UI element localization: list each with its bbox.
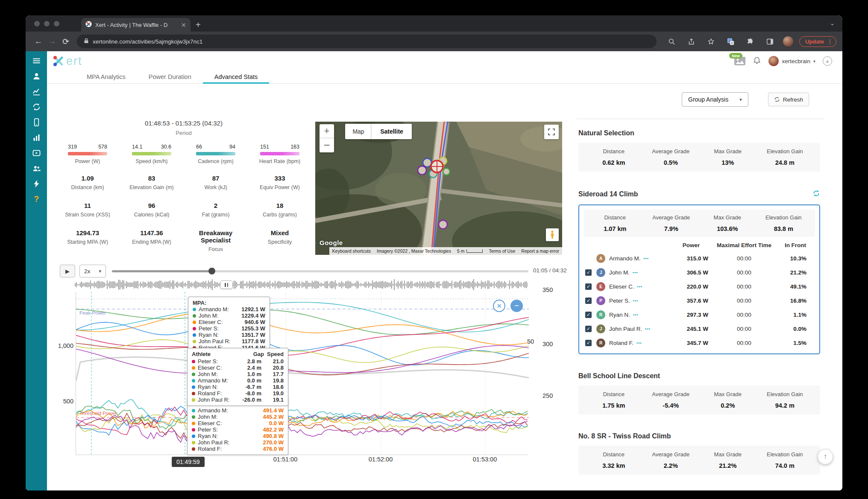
athlete-checkbox[interactable]: ✓ (585, 312, 592, 318)
athlete-effort-time: 00:00 (711, 312, 777, 318)
add-activity-button[interactable]: + (823, 56, 832, 66)
back-icon[interactable]: ← (32, 35, 45, 48)
athlete-checkbox[interactable]: ✓ (585, 269, 592, 276)
chart-minimize-button[interactable]: − (510, 300, 523, 312)
menu-icon[interactable] (31, 55, 41, 66)
browser-menu-icon[interactable]: ⋮ (827, 38, 833, 45)
athlete-name[interactable]: Elieser C. (609, 283, 634, 290)
athlete-row[interactable]: ✓JJohn Paul R.•••245.1 W00:000.0% (579, 322, 819, 336)
bolt-icon[interactable] (31, 178, 41, 189)
browser-tab[interactable]: Xert - Activity | The Waffle - D ✕ (81, 18, 191, 32)
athlete-name: Peter S: (199, 325, 239, 332)
athlete-row[interactable]: ✓EElieser C.•••220.0 W00:0049.1% (579, 280, 819, 294)
analysis-chart[interactable] (76, 292, 528, 455)
strip-handle[interactable] (220, 280, 233, 289)
zoom-window-button[interactable] (54, 21, 59, 26)
segment-name[interactable]: Natural Selection (578, 129, 634, 137)
tab-power-duration[interactable]: Power Duration (137, 70, 203, 83)
close-window-button[interactable] (34, 21, 40, 26)
tab-mpa-analytics[interactable]: MPA Analytics (75, 70, 137, 83)
refresh-button[interactable]: Refresh (768, 93, 809, 106)
athlete-row[interactable]: AArmando M.•••315.0 W00:0010.3% (579, 251, 819, 266)
device-icon[interactable] (31, 117, 41, 127)
map-zoom-in-button[interactable]: + (320, 124, 334, 138)
map-attribution-item[interactable]: Imagery ©2022 , Maxar Technologies (374, 247, 454, 255)
playback-slider[interactable] (112, 268, 528, 274)
stats-icon[interactable] (31, 132, 41, 143)
athlete-name[interactable]: John Paul R. (609, 326, 642, 332)
forward-icon[interactable]: → (45, 35, 59, 48)
athlete-checkbox[interactable]: ✓ (585, 326, 592, 332)
athlete-menu-icon[interactable]: ••• (645, 327, 650, 331)
athlete-row[interactable]: ✓PPeter S.•••357.6 W00:0016.8% (579, 294, 819, 308)
athlete-checkbox[interactable]: ✓ (585, 283, 592, 290)
tab-advanced-stats[interactable]: Advanced Stats (203, 70, 270, 83)
zoom-icon[interactable] (665, 35, 679, 48)
tab-list-chevron-icon[interactable]: ⌄ (830, 20, 835, 26)
scroll-to-top-button[interactable]: ↑ (818, 449, 833, 464)
athlete-menu-icon[interactable]: ••• (637, 285, 642, 289)
athlete-name: Elieser C: (199, 319, 242, 325)
athlete-menu-icon[interactable]: ••• (636, 341, 642, 345)
user-menu[interactable]: xertecbrain ▾ (768, 56, 815, 66)
segment-name[interactable]: Bell School Line Descent (578, 372, 660, 380)
browser-profile-avatar[interactable] (783, 36, 793, 47)
play-button[interactable]: ▶ (60, 265, 75, 277)
media-icon[interactable]: New (734, 57, 745, 65)
athlete-checkbox[interactable]: ✓ (585, 298, 592, 304)
athlete-name[interactable]: Ryan N. (609, 312, 630, 318)
athlete-row[interactable]: ✓RRoland F.•••345.7 W00:001.5% (579, 336, 819, 350)
pegman-icon[interactable] (546, 228, 559, 241)
athlete-name[interactable]: Armando M. (609, 255, 641, 262)
share-icon[interactable] (685, 35, 698, 48)
playback-speed-select[interactable]: 2x ▾ (79, 265, 106, 277)
athlete-menu-icon[interactable]: ••• (633, 299, 638, 303)
activity-chart-icon[interactable] (31, 86, 41, 96)
tab-close-icon[interactable]: ✕ (181, 22, 186, 28)
group-analysis-select[interactable]: Group Analysis ▾ (682, 92, 748, 107)
notifications-bell-icon[interactable] (753, 56, 761, 67)
group-icon[interactable] (31, 163, 41, 173)
side-panel-icon[interactable] (763, 35, 777, 48)
athlete-checkbox[interactable]: ✓ (585, 340, 592, 346)
athlete-menu-icon[interactable]: ••• (644, 257, 649, 261)
bookmark-star-icon[interactable] (704, 35, 718, 48)
athlete-menu-icon[interactable]: ••• (633, 313, 638, 317)
athlete-name[interactable]: Peter S. (609, 298, 630, 304)
map-attribution-item[interactable]: Keyboard shortcuts (329, 247, 374, 255)
segment-stat-value: -5.4% (642, 402, 700, 409)
map-zoom-out-button[interactable]: − (320, 138, 334, 152)
new-tab-button[interactable]: + (196, 20, 201, 29)
segment-refresh-icon[interactable] (812, 190, 820, 199)
map-panel[interactable]: + − Map Satellite Google Keyboard shortc… (315, 122, 562, 255)
window-controls[interactable] (34, 21, 59, 26)
sync-icon[interactable] (31, 102, 41, 112)
map-type-satellite-button[interactable]: Satellite (372, 124, 412, 139)
athlete-menu-icon[interactable]: ••• (633, 271, 638, 275)
extensions-icon[interactable] (744, 35, 757, 48)
athletes-icon[interactable] (31, 71, 41, 81)
xert-logo[interactable]: ert (52, 55, 82, 68)
segment-name[interactable]: No. 8 SR - Twiss Road Climb (578, 432, 671, 440)
athlete-name[interactable]: John M. (609, 269, 630, 276)
slider-thumb[interactable] (208, 268, 215, 274)
video-icon[interactable] (31, 148, 41, 158)
segment-name[interactable]: Sideroad 14 Climb (578, 190, 638, 198)
activity-strip[interactable] (75, 279, 528, 290)
metric-label: Ending MPA (W) (120, 239, 184, 245)
chart-close-button[interactable]: ✕ (493, 300, 505, 312)
reload-icon[interactable]: ⟳ (59, 35, 73, 48)
athlete-row[interactable]: ✓RRyan N.•••297.3 W00:001.1% (579, 308, 819, 322)
minimize-window-button[interactable] (44, 21, 50, 26)
athlete-row[interactable]: ✓JJohn M.•••306.5 W00:0021.2% (579, 266, 819, 280)
map-attribution-item[interactable]: Terms of Use (486, 247, 518, 255)
map-attribution-item[interactable]: Report a map error (518, 247, 562, 255)
map-canvas[interactable] (315, 122, 562, 255)
address-bar[interactable]: xertonline.com/activities/5ajmgkojw3jx7n… (77, 35, 657, 48)
translate-icon[interactable]: 文A (724, 35, 738, 48)
map-type-map-button[interactable]: Map (345, 124, 372, 139)
map-fullscreen-button[interactable] (544, 125, 559, 139)
help-icon[interactable]: ? (31, 194, 41, 204)
athlete-name[interactable]: Roland F. (609, 340, 633, 346)
update-button[interactable]: Update ⋮ (799, 36, 836, 47)
